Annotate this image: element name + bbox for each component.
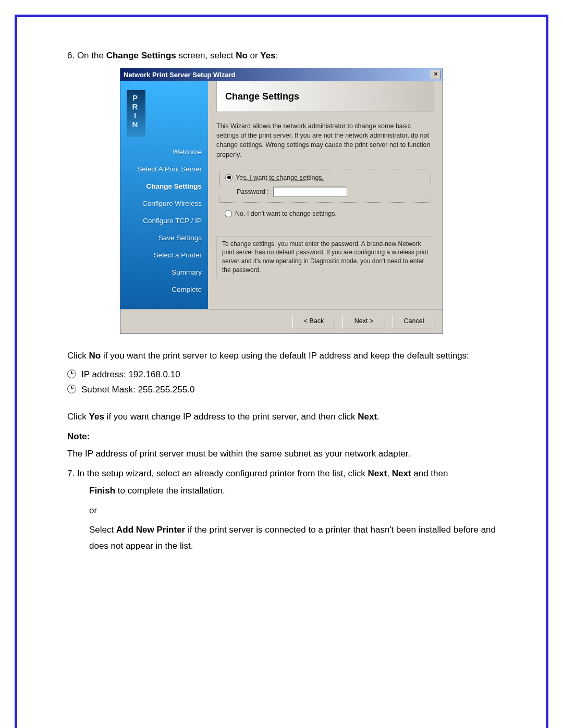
note-label: Note: (67, 428, 496, 445)
page-frame: 6. On the Change Settings screen, select… (15, 15, 548, 728)
radio-no-icon[interactable] (225, 210, 232, 217)
text: if you want change IP address to the pri… (104, 412, 358, 422)
text: 7. In the setup wizard, select an alread… (67, 468, 368, 478)
wizard-description: This Wizard allows the network administr… (216, 121, 434, 159)
list-item: Subnet Mask: 255.255.255.0 (67, 382, 496, 398)
text: to complete the installation. (115, 486, 225, 496)
text: . (377, 412, 380, 422)
wizard-title: Network Print Server Setup Wizard (124, 71, 235, 79)
text: if you want the print server to keep usi… (101, 351, 469, 361)
step-select-printer: Select a Printer (126, 246, 203, 264)
brand-vertical: PRIN (127, 90, 145, 137)
text-bold: Next (358, 412, 377, 422)
note-body: The IP address of print server must be w… (67, 446, 496, 462)
text-bold: Yes (89, 412, 104, 422)
step7-or: or (89, 502, 496, 519)
list-item-text: IP address: 192.168.0.10 (81, 369, 180, 379)
option-yes-row[interactable]: Yes, I want to change settings. (225, 174, 425, 181)
option-no-row[interactable]: No, I don't want to change settings. (225, 210, 434, 217)
step-summary: Summary (126, 264, 203, 281)
clock-icon (67, 385, 76, 393)
step-welcome: Welcome (126, 143, 203, 161)
step-select-print-server: Select A Print Server (126, 161, 203, 178)
default-settings-list: IP address: 192.168.0.10 Subnet Mask: 25… (67, 367, 496, 398)
option-yes-label: Yes, I want to change settings. (236, 174, 324, 181)
wizard-titlebar: Network Print Server Setup Wizard × (120, 68, 443, 81)
wizard-main: Change Settings This Wizard allows the n… (208, 81, 443, 309)
text-bold: Note: (67, 431, 90, 441)
next-button[interactable]: Next > (342, 315, 385, 328)
step7-addnew: Select Add New Printer if the print serv… (89, 522, 496, 554)
text-bold: Finish (89, 486, 115, 496)
wizard-footer: < Back Next > Cancel (120, 309, 443, 334)
wizard-step-list: Welcome Select A Print Server Change Set… (126, 142, 203, 298)
step-save-settings: Save Settings (126, 229, 203, 246)
step-configure-tcpip: Configure TCP / IP (126, 212, 203, 229)
text-bold: Change Settings (106, 51, 176, 60)
step-complete: Complete (126, 281, 203, 298)
text: or (248, 51, 261, 60)
text-bold: No (236, 51, 248, 60)
text-bold: Next (368, 468, 387, 478)
text-bold: Next (392, 468, 411, 478)
clock-icon (67, 369, 76, 378)
text: , (387, 468, 391, 478)
options-group: Yes, I want to change settings. Password… (219, 169, 431, 203)
wizard-heading: Change Settings (216, 81, 434, 112)
wizard-window: Network Print Server Setup Wizard × PRIN… (120, 68, 443, 334)
close-icon[interactable]: × (431, 70, 441, 79)
text-bold: No (89, 351, 101, 361)
wizard-sidebar: PRIN Welcome Select A Print Server Chang… (120, 81, 208, 309)
text: and then (411, 468, 448, 478)
password-input[interactable] (273, 187, 347, 197)
text-bold: Add New Printer (116, 525, 185, 535)
step7-line1: 7. In the setup wizard, select an alread… (67, 465, 496, 482)
text: Click (67, 412, 89, 422)
radio-yes-icon[interactable] (225, 174, 232, 181)
list-item: IP address: 192.168.0.10 (67, 367, 496, 382)
step-configure-wireless: Configure Wireless (126, 195, 203, 212)
password-label: Password : (237, 188, 269, 195)
text-bold: Yes (260, 51, 275, 60)
text: Click (67, 351, 89, 361)
list-item-text: Subnet Mask: 255.255.255.0 (81, 385, 194, 394)
option-no-label: No, I don't want to change settings. (235, 210, 337, 217)
step7-line2: Finish to complete the installation. (89, 483, 496, 499)
click-yes-paragraph: Click Yes if you want change IP address … (67, 409, 496, 425)
back-button[interactable]: < Back (292, 315, 335, 328)
text: Select (89, 525, 116, 535)
step-change-settings: Change Settings (126, 178, 203, 195)
text: screen, select (176, 51, 236, 60)
text: 6. On the (67, 51, 106, 60)
cancel-button[interactable]: Cancel (393, 315, 435, 328)
click-no-paragraph: Click No if you want the print server to… (67, 348, 496, 364)
text: : (276, 51, 278, 60)
step6-intro: 6. On the Change Settings screen, select… (67, 48, 496, 63)
wizard-note-box: To change settings, you must enter the p… (216, 236, 434, 278)
